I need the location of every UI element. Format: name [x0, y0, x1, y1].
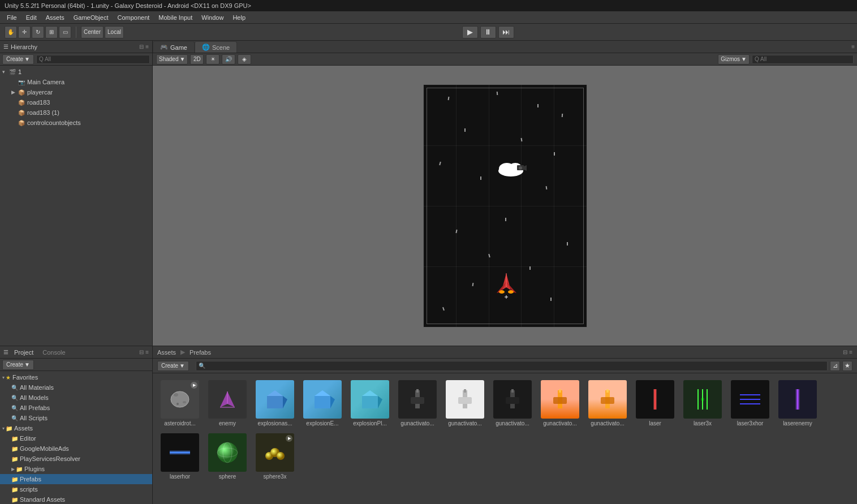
svg-rect-32 — [416, 389, 419, 393]
favorites-label: Favorites — [12, 374, 38, 381]
move-tool[interactable]: ✛ — [18, 26, 31, 38]
main-area: ☰ Hierarchy ⊟ ≡ Create ▼ ▾ 🎬 1 ▶ 📷 Main … — [0, 41, 857, 346]
gizmos-search[interactable] — [752, 55, 854, 64]
svg-marker-22 — [267, 390, 283, 396]
hierarchy-main-camera[interactable]: ▶ 📷 Main Camera — [0, 77, 152, 87]
project-panel-header: ☰ Project Console ⊟ ≡ — [0, 346, 152, 359]
hierarchy-create-button[interactable]: Create ▼ — [2, 54, 34, 64]
asset-laserenemy[interactable]: laserenemy — [775, 378, 820, 429]
asset-search-input[interactable] — [196, 361, 828, 371]
asset-laser3xhor[interactable]: laser3xhor — [727, 378, 773, 429]
pause-button[interactable]: ⏸ — [480, 26, 496, 38]
hierarchy-scene[interactable]: ▾ 🎬 1 — [0, 67, 152, 77]
menu-file[interactable]: File — [2, 13, 21, 22]
audio-toggle[interactable]: 🔊 — [222, 54, 235, 64]
game-view-toolbar: Shaded ▼ 2D ☀ 🔊 ◈ Gizmos ▼ — [153, 53, 857, 66]
menu-mobileinput[interactable]: Mobile Input — [154, 13, 197, 22]
center-button[interactable]: Center — [81, 26, 104, 38]
project-panel: ☰ Project Console ⊟ ≡ Create ▼ ▾ ★ Favor… — [0, 346, 153, 504]
step-button[interactable]: ⏭ — [498, 26, 514, 38]
hierarchy-playercar[interactable]: ▶ 📦 playercar — [0, 87, 152, 97]
2d-button[interactable]: 2D — [190, 54, 204, 64]
asset-laser3x[interactable]: laser3x — [680, 378, 725, 429]
tree-standard-assets[interactable]: 📁 Standard Assets — [0, 494, 152, 504]
gunactivato3-thumb — [493, 380, 532, 419]
asset-sphere3x[interactable]: ▶ sphere3x — [252, 431, 298, 482]
rotate-tool[interactable]: ↻ — [32, 26, 44, 38]
asset-sphere[interactable]: sphere — [205, 431, 250, 482]
menu-component[interactable]: Component — [113, 13, 154, 22]
hierarchy-controlcountobjects[interactable]: ▶ 📦 controlcountobjects — [0, 118, 152, 128]
tree-scripts[interactable]: 📁 scripts — [0, 484, 152, 494]
tree-googlemobileads[interactable]: 📁 GoogleMobileAds — [0, 443, 152, 454]
play-button[interactable]: ▶ — [462, 26, 478, 38]
transform-tools: ✋ ✛ ↻ ⊞ ▭ — [5, 26, 71, 38]
tree-all-models[interactable]: 🔍 All Models — [0, 393, 152, 403]
project-create-button[interactable]: Create ▼ — [2, 360, 34, 370]
local-button[interactable]: Local — [105, 26, 124, 38]
svg-rect-27 — [362, 396, 378, 408]
asset-gunactivato1[interactable]: gunactivato... — [395, 378, 440, 429]
play-services-folder-icon: 📁 — [11, 456, 18, 462]
effects-toggle[interactable]: ◈ — [238, 54, 251, 64]
tree-all-scripts[interactable]: 🔍 All Scripts — [0, 413, 152, 423]
asset-gunactivato4[interactable]: gunactivato... — [537, 378, 583, 429]
tab-game[interactable]: 🎮 Game — [153, 41, 195, 53]
svg-point-58 — [217, 442, 238, 463]
gizmos-dropdown[interactable]: Gizmos ▼ — [718, 54, 750, 64]
asset-gunactivato3[interactable]: gunactivato... — [490, 378, 535, 429]
asset-gunactivato5[interactable]: gunactivato... — [585, 378, 630, 429]
asset-explosionE[interactable]: explosionE... — [300, 378, 345, 429]
game-icon: 🎮 — [160, 44, 168, 51]
menu-gameobject[interactable]: GameObject — [69, 13, 113, 22]
laserenemy-label: laserenemy — [783, 420, 812, 427]
tree-all-prefabs[interactable]: 🔍 All Prefabs — [0, 403, 152, 413]
light-toggle[interactable]: ☀ — [206, 54, 219, 64]
svg-point-63 — [277, 452, 285, 460]
hand-tool[interactable]: ✋ — [5, 26, 17, 38]
project-tab[interactable]: Project — [11, 349, 37, 356]
all-models-label: All Models — [20, 394, 49, 401]
laser3xhor-label: laser3xhor — [737, 420, 764, 427]
asset-filter-btn[interactable]: ⊿ — [830, 361, 840, 371]
tree-favorites[interactable]: ▾ ★ Favorites — [0, 372, 152, 382]
editor-folder-icon: 📁 — [11, 436, 18, 442]
hierarchy-search[interactable] — [36, 55, 150, 64]
menu-edit[interactable]: Edit — [21, 13, 41, 22]
tree-playservicesresolver[interactable]: 📁 PlayServicesResolver — [0, 454, 152, 464]
hierarchy-road183[interactable]: ▶ 📦 road183 — [0, 97, 152, 107]
tree-editor[interactable]: 📁 Editor — [0, 433, 152, 443]
menu-help[interactable]: Help — [228, 13, 250, 22]
camera-name: Main Camera — [27, 79, 64, 85]
tree-plugins[interactable]: ▶ 📁 Plugins — [0, 464, 152, 474]
asset-laserhor[interactable]: laserhor — [157, 431, 203, 482]
tab-scene[interactable]: 🌐 Scene — [195, 41, 237, 53]
scale-tool[interactable]: ⊞ — [45, 26, 58, 38]
rect-tool[interactable]: ▭ — [59, 26, 71, 38]
menu-window[interactable]: Window — [197, 13, 228, 22]
tree-prefabs[interactable]: 📁 Prefabs — [0, 474, 152, 484]
asset-explosionas[interactable]: explosionas... — [252, 378, 298, 429]
playercar-arrow: ▶ — [11, 89, 18, 95]
plugins-chevron: ▶ — [11, 467, 15, 472]
tree-all-materials[interactable]: 🔍 All Materials — [0, 382, 152, 393]
hierarchy-road183-1[interactable]: ▶ 📦 road183 (1) — [0, 107, 152, 118]
asset-browser-header: Assets ▶ Prefabs ⊟ ≡ — [153, 346, 857, 359]
asset-enemy[interactable]: enemy — [205, 378, 250, 429]
tree-assets[interactable]: ▾ 📁 Assets — [0, 423, 152, 433]
breadcrumb-prefabs[interactable]: Prefabs — [190, 349, 211, 356]
asset-lock-btn[interactable]: ★ — [842, 361, 852, 371]
svg-rect-21 — [267, 396, 283, 408]
shaded-dropdown[interactable]: Shaded ▼ — [156, 54, 188, 64]
console-tab[interactable]: Console — [39, 349, 68, 356]
asset-asteroidrot[interactable]: ▶ asteroidrot... — [157, 378, 203, 429]
asset-gunactivato2[interactable]: gunactivato... — [442, 378, 488, 429]
asset-laser[interactable]: laser — [632, 378, 678, 429]
asset-explosionPl[interactable]: explosionPl... — [347, 378, 393, 429]
tab-options[interactable]: ≡ — [851, 44, 857, 50]
menu-assets[interactable]: Assets — [41, 13, 69, 22]
svg-rect-38 — [511, 389, 514, 393]
breadcrumb-assets[interactable]: Assets — [157, 349, 176, 356]
hierarchy-panel: ☰ Hierarchy ⊟ ≡ Create ▼ ▾ 🎬 1 ▶ 📷 Main … — [0, 41, 153, 346]
asset-create-button[interactable]: Create ▼ — [157, 361, 189, 371]
